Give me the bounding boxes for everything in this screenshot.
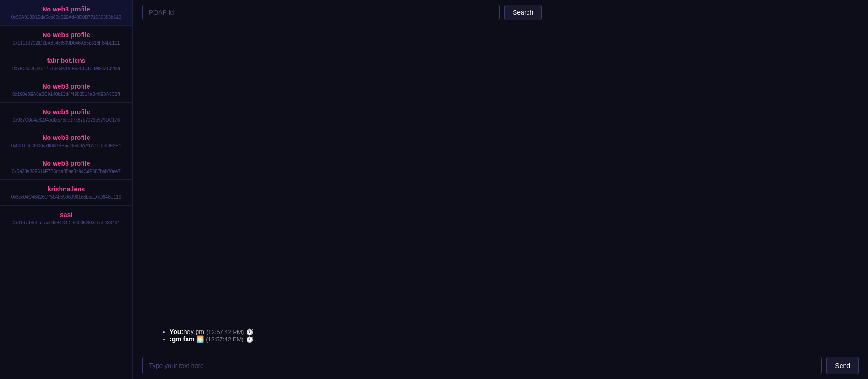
sidebar-item-address: 0x5a28e80F616F7B3dca35ae3c9dCdE887bab70e… (7, 169, 125, 174)
sidebar-item-address: 0x01d79BcEaEaaDfb8fD2F2f53005289CFcF4834… (7, 220, 125, 225)
chat-area: You:hey gm (12:57:42 PM) ⏱️:gm fam 🌅 (12… (133, 25, 868, 352)
sidebar-item-address: 0x00188b39f06c7889BAEac29e34AA1A7Ddb88E2… (7, 143, 125, 148)
sidebar-item-name: sasi (7, 211, 125, 218)
sidebar-item-name: No web3 profile (7, 83, 125, 90)
sidebar-item-name: fabribot.lens (7, 57, 125, 64)
sidebar-item-name: No web3 profile (7, 108, 125, 116)
sidebar-item[interactable]: No web3 profile0x190e3EA6eBC9140b13d4f49… (0, 77, 132, 103)
message-input[interactable] (142, 357, 822, 374)
sidebar-item[interactable]: No web3 profile0x937C0d4a6294cdfa575de17… (0, 103, 132, 128)
input-bar: Send (133, 352, 868, 379)
sidebar-item-address: 0x11113702fD2bA8948f539D046A85b318F84b11… (7, 40, 125, 45)
sidebar-item[interactable]: No web3 profile0x00188b39f06c7889BAEac29… (0, 128, 132, 154)
sidebar-item[interactable]: krishna.lens0x3cc04C46426C7504b59060981e… (0, 180, 132, 206)
message-timestamp: (12:57:42 PM) (206, 336, 243, 343)
sidebar-item[interactable]: sasi0x01d79BcEaEaaDfb8fD2F2f53005289CFcF… (0, 206, 132, 231)
sidebar-item-address: 0x937C0d4a6294cdfa575de17382c7076b579DC1… (7, 117, 125, 123)
main-content: Search You:hey gm (12:57:42 PM) ⏱️:gm fa… (133, 0, 868, 379)
chat-message: You:hey gm (12:57:42 PM) ⏱️ (170, 328, 850, 335)
sidebar-item-address: 0x90A913D15da5ea80b022Ad48D0B771956888b6… (7, 15, 125, 20)
sidebar-item-address: 0x3cc04C46426C7504b59060981e6b5aD7D848E1… (7, 195, 125, 200)
message-timestamp: (12:57:42 PM) (206, 329, 244, 335)
messages-list: You:hey gm (12:57:42 PM) ⏱️:gm fam 🌅 (12… (151, 328, 850, 343)
sidebar-item[interactable]: No web3 profile0x90A913D15da5ea80b022Ad4… (0, 0, 132, 26)
sidebar-item-name: No web3 profile (7, 6, 125, 13)
sidebar-item-name: No web3 profile (7, 31, 125, 39)
message-sender: :gm fam 🌅 (170, 335, 204, 343)
sidebar-item[interactable]: fabribot.lens0x7E0b0363404751346930AF92C… (0, 51, 132, 77)
message-sender: You: (170, 328, 183, 335)
message-emoji: ⏱️ (246, 328, 253, 335)
chat-message: :gm fam 🌅 (12:57:42 PM) ⏱️ (170, 335, 850, 343)
send-button[interactable]: Send (826, 357, 859, 374)
sidebar-item-address: 0x7E0b0363404751346930AF92C80D1fef932Cc4… (7, 66, 125, 71)
search-button[interactable]: Search (504, 5, 542, 20)
sidebar-item-name: No web3 profile (7, 160, 125, 167)
sidebar-item[interactable]: No web3 profile0x11113702fD2bA8948f539D0… (0, 26, 132, 51)
sidebar-item-address: 0x190e3EA6eBC9140b13d4f4982514aB49E0A5C2… (7, 92, 125, 97)
poap-input[interactable] (142, 5, 500, 20)
message-emoji: ⏱️ (246, 335, 253, 343)
sidebar-item[interactable]: No web3 profile0x5a28e80F616F7B3dca35ae3… (0, 154, 132, 180)
sidebar: No web3 profile0x90A913D15da5ea80b022Ad4… (0, 0, 133, 379)
search-bar: Search (133, 0, 868, 25)
sidebar-item-name: krishna.lens (7, 185, 125, 193)
sidebar-item-name: No web3 profile (7, 134, 125, 141)
